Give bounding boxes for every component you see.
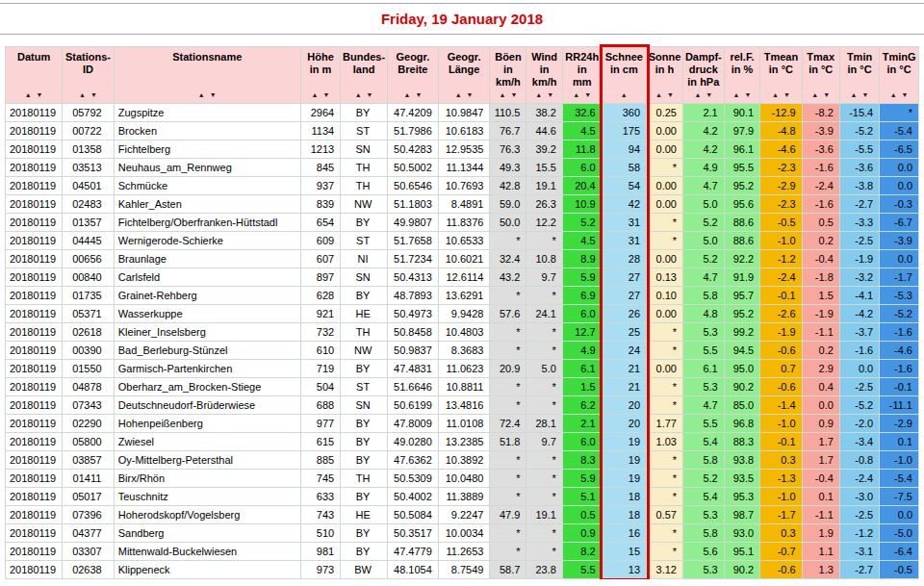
cell-stations_id: 00840 xyxy=(63,268,114,286)
cell-bundesland: TH xyxy=(341,323,387,341)
cell-dampfdruck: 5.2 xyxy=(683,214,724,231)
cell-tmean: -0.6 xyxy=(760,378,801,395)
cell-stationsname: Kahler_Asten xyxy=(115,195,300,213)
cell-datum: 20180119 xyxy=(6,524,62,542)
sort-desc-arrow[interactable]: ▼ xyxy=(823,91,830,99)
sort-asc-arrow[interactable]: ▲ xyxy=(355,91,362,99)
sort-desc-arrow[interactable]: ▼ xyxy=(547,91,553,99)
cell-schnee: 27 xyxy=(603,268,647,286)
cell-geogr_laenge: 10.8811 xyxy=(439,378,490,395)
sort-desc-arrow[interactable]: ▼ xyxy=(510,91,517,99)
column-header-label: Tmeanin °C xyxy=(761,51,800,76)
cell-stationsname: Deutschneudorf-Brüderwiese xyxy=(115,396,300,414)
sort-desc-arrow[interactable]: ▼ xyxy=(744,91,751,99)
cell-datum: 20180119 xyxy=(6,360,62,377)
sort-asc-arrow[interactable]: ▲ xyxy=(811,91,818,99)
sort-asc-arrow[interactable]: ▲ xyxy=(535,91,542,99)
sort-asc-arrow[interactable]: ▲ xyxy=(403,91,410,99)
sort-controls: ▲ xyxy=(603,91,646,99)
cell-geogr_breite: 47.6362 xyxy=(388,451,438,469)
sort-asc-arrow[interactable]: ▲ xyxy=(25,91,32,99)
sort-asc-arrow[interactable]: ▲ xyxy=(772,91,779,99)
cell-stations_id: 05017 xyxy=(63,488,114,505)
sort-asc-arrow[interactable]: ▲ xyxy=(621,91,628,99)
cell-geogr_laenge: 8.7549 xyxy=(439,561,490,578)
sort-asc-arrow[interactable]: ▲ xyxy=(890,91,897,99)
sort-desc-arrow[interactable]: ▼ xyxy=(706,91,712,99)
cell-stationsname: Teuschnitz xyxy=(115,488,300,505)
sort-asc-arrow[interactable]: ▲ xyxy=(79,91,86,99)
column-header-label: Geogr.Breite xyxy=(389,51,437,76)
column-header-label: Stations-ID xyxy=(64,51,113,76)
cell-schnee: 19 xyxy=(603,451,647,469)
cell-rr24h: 6.0 xyxy=(563,433,602,450)
column-header-label: Stationsname xyxy=(116,51,299,64)
cell-geogr_breite: 48.1054 xyxy=(388,561,438,578)
cell-relf: 95.6 xyxy=(725,195,759,213)
cell-wind: 19.1 xyxy=(526,177,561,194)
sort-asc-arrow[interactable]: ▲ xyxy=(694,91,701,99)
cell-tmax: 1.1 xyxy=(803,543,839,560)
cell-stationsname: Klippeneck xyxy=(115,561,300,578)
cell-geogr_breite: 49.0280 xyxy=(388,433,438,450)
cell-relf: 91.9 xyxy=(725,268,759,286)
sort-desc-arrow[interactable]: ▼ xyxy=(467,91,474,99)
sort-asc-arrow[interactable]: ▲ xyxy=(851,91,858,99)
cell-tming: -0.3 xyxy=(880,195,918,213)
cell-datum: 20180119 xyxy=(6,104,62,121)
cell-sonne: 3.12 xyxy=(647,561,682,578)
cell-geogr_laenge: 10.3892 xyxy=(439,451,490,469)
cell-tming: 0.0 xyxy=(880,177,918,194)
cell-hoehe: 845 xyxy=(301,159,340,176)
sort-desc-arrow[interactable]: ▼ xyxy=(90,91,97,99)
sort-desc-arrow[interactable]: ▼ xyxy=(323,91,330,99)
sort-desc-arrow[interactable]: ▼ xyxy=(667,91,674,99)
cell-wind: * xyxy=(526,451,561,469)
sort-desc-arrow[interactable]: ▼ xyxy=(783,91,790,99)
sort-desc-arrow[interactable]: ▼ xyxy=(210,91,217,99)
cell-bundesland: BY xyxy=(341,360,387,377)
sort-desc-arrow[interactable]: ▼ xyxy=(902,91,909,99)
sort-asc-arrow[interactable]: ▲ xyxy=(312,91,319,99)
cell-tming: -5.4 xyxy=(880,122,918,140)
cell-bundesland: BY xyxy=(341,488,387,505)
cell-hoehe: 981 xyxy=(301,543,340,560)
cell-tmax: 2.9 xyxy=(803,360,839,377)
sort-desc-arrow[interactable]: ▼ xyxy=(584,91,591,99)
sort-asc-arrow[interactable]: ▲ xyxy=(733,91,740,99)
cell-relf: 95.1 xyxy=(725,543,759,560)
sort-desc-arrow[interactable]: ▼ xyxy=(415,91,422,99)
cell-hoehe: 688 xyxy=(301,396,340,414)
cell-sonne: * xyxy=(647,488,682,505)
cell-tmin: -3.2 xyxy=(840,268,879,286)
cell-sonne: 1.03 xyxy=(647,433,682,450)
cell-stations_id: 03513 xyxy=(63,159,114,176)
cell-bundesland: BY xyxy=(341,415,387,432)
cell-schnee: 58 xyxy=(603,159,647,176)
sort-desc-arrow[interactable]: ▼ xyxy=(37,91,43,99)
cell-tming: -5.4 xyxy=(880,470,918,487)
cell-rr24h: 4.9 xyxy=(563,342,602,359)
sort-asc-arrow[interactable]: ▲ xyxy=(573,91,579,99)
sort-desc-arrow[interactable]: ▼ xyxy=(862,91,869,99)
cell-tming: -2.9 xyxy=(880,415,918,432)
sort-asc-arrow[interactable]: ▲ xyxy=(455,91,462,99)
table-row: 2018011900722Brocken1134ST51.798610.6183… xyxy=(6,122,918,140)
cell-sonne: 0.57 xyxy=(647,506,682,523)
sort-asc-arrow[interactable]: ▲ xyxy=(198,91,205,99)
cell-tmean: -0.6 xyxy=(760,561,801,578)
sort-asc-arrow[interactable]: ▲ xyxy=(655,91,662,99)
column-header-label: Geogr.Länge xyxy=(440,51,489,76)
cell-stationsname: Schmücke xyxy=(115,177,300,194)
cell-dampfdruck: 5.3 xyxy=(683,378,724,395)
cell-geogr_breite: 51.7658 xyxy=(388,232,438,249)
cell-hoehe: 977 xyxy=(301,415,340,432)
cell-geogr_laenge: 10.0480 xyxy=(439,470,490,487)
sort-desc-arrow[interactable]: ▼ xyxy=(367,91,373,99)
cell-hoehe: 504 xyxy=(301,378,340,395)
cell-geogr_laenge: 13.6291 xyxy=(439,287,490,304)
cell-sonne: * xyxy=(647,342,682,359)
sort-controls: ▲▼ xyxy=(761,91,800,99)
sort-asc-arrow[interactable]: ▲ xyxy=(500,91,506,99)
column-header-label: Datum xyxy=(7,51,61,64)
